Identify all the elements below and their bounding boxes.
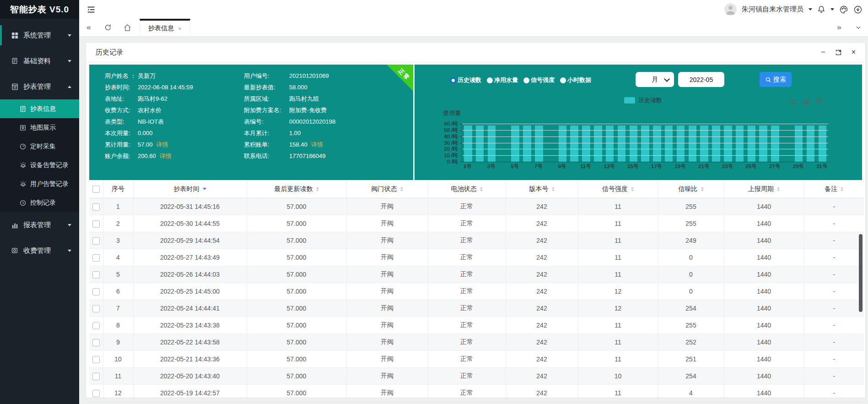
row-checkbox[interactable] [92,356,100,363]
bar[interactable] [712,126,720,162]
detail-link[interactable]: 详情 [156,141,168,149]
column-header-电池状态[interactable]: 电池状态 [428,180,506,198]
bar[interactable] [488,126,496,162]
sidebar-item-基础资料[interactable]: 基础资料 [0,48,79,74]
column-header-阀门状态[interactable]: 阀门状态 [346,180,428,198]
bar[interactable] [641,126,649,162]
user-name[interactable]: 朱河镇自来水管理员 [742,5,803,14]
download-icon[interactable] [853,5,863,14]
bar[interactable] [819,126,827,162]
minimize-icon[interactable]: − [821,48,825,56]
sort-icon[interactable] [841,187,843,191]
column-header-信噪比[interactable]: 信噪比 [658,180,724,198]
sort-icon[interactable] [777,187,780,191]
sort-icon[interactable] [480,187,483,191]
bar[interactable] [630,126,638,162]
bar[interactable] [759,126,767,162]
bar[interactable] [795,126,803,162]
close-icon[interactable]: × [852,48,856,56]
column-header-上报周期[interactable]: 上报周期 [724,180,804,198]
column-header-最后更新读数[interactable]: 最后更新读数 [247,180,346,198]
sort-icon[interactable] [552,187,555,191]
palette-icon[interactable] [839,5,848,14]
bar[interactable] [594,126,602,162]
bell-icon[interactable] [817,5,825,14]
sort-desc-icon[interactable] [203,188,206,190]
period-select[interactable]: 月 [636,72,674,87]
bar[interactable] [748,126,756,162]
bar[interactable] [665,126,673,162]
date-input[interactable] [678,72,724,87]
bar[interactable] [511,126,519,162]
sort-icon[interactable] [316,187,319,191]
bar[interactable] [677,126,685,162]
bar[interactable] [559,126,567,162]
bar[interactable] [807,126,815,162]
tab-close-icon[interactable]: × [178,25,182,32]
bar[interactable] [476,126,484,162]
row-checkbox[interactable] [92,305,100,312]
sort-icon[interactable] [701,187,704,191]
search-button[interactable]: 搜索 [760,72,792,87]
row-checkbox[interactable] [92,203,100,211]
tab-menu-caret-icon[interactable] [849,24,868,31]
bar[interactable] [606,126,614,162]
sidebar-item-定时采集[interactable]: 定时采集 [0,137,79,156]
collapse-tabs-icon[interactable]: « [79,19,98,36]
sidebar-item-设备告警记录[interactable]: 设备告警记录 [0,156,79,175]
radio-小时数据[interactable]: 小时数据 [560,76,591,84]
column-header-抄表时间[interactable]: 抄表时间 [133,180,247,198]
menu-fold-icon[interactable] [86,5,96,15]
bar[interactable] [700,126,708,162]
sidebar-item-抄表管理[interactable]: 抄表管理 [0,74,79,99]
chart-legend[interactable]: 历史读数 [624,96,662,104]
user-avatar[interactable] [724,3,737,16]
refresh-icon[interactable] [98,19,118,36]
radio-信号强度[interactable]: 信号强度 [523,76,555,84]
bar[interactable] [464,126,472,162]
radio-净用水量[interactable]: 净用水量 [487,76,518,84]
row-checkbox[interactable] [92,254,100,262]
bar[interactable] [570,126,578,162]
sidebar-item-报表管理[interactable]: 报表管理 [0,212,79,238]
sidebar-item-抄表信息[interactable]: 抄表信息 [0,99,79,118]
bar-chart-icon[interactable] [803,98,809,104]
sidebar-item-地图展示[interactable]: 地图展示 [0,118,79,137]
sidebar-item-收费管理[interactable]: 收费管理 [0,238,79,263]
user-caret-icon[interactable] [809,8,812,11]
expand-tabs-icon[interactable]: » [830,23,849,32]
bar[interactable] [523,126,531,162]
table-scrollbar[interactable] [859,234,863,312]
column-header-版本号[interactable]: 版本号 [506,180,578,198]
row-checkbox[interactable] [92,237,100,245]
column-header-序号[interactable]: 序号 [103,180,133,198]
bar[interactable] [689,126,697,162]
sort-icon[interactable] [631,187,634,191]
row-checkbox[interactable] [92,390,100,397]
line-chart-icon[interactable] [790,98,797,104]
bar[interactable] [724,126,732,162]
bar[interactable] [618,126,626,162]
radio-历史读数[interactable]: 历史读数 [450,76,481,84]
row-checkbox[interactable] [92,339,100,346]
bar[interactable] [535,126,543,162]
sidebar-item-用户告警记录[interactable]: 用户告警记录 [0,175,79,193]
row-checkbox[interactable] [92,220,100,228]
column-header-备注[interactable]: 备注 [804,180,864,198]
bar[interactable] [653,126,661,162]
detail-link[interactable]: 详情 [160,152,172,160]
sort-icon[interactable] [400,187,403,191]
restore-icon[interactable] [815,98,822,104]
bar[interactable] [736,126,744,162]
fullscreen-icon[interactable] [835,49,842,56]
sidebar-item-系统管理[interactable]: 系统管理 [0,22,79,48]
select-all-checkbox[interactable] [92,186,100,193]
row-checkbox[interactable] [92,271,100,278]
home-icon[interactable] [118,19,137,36]
row-checkbox[interactable] [92,288,100,295]
sidebar-item-控制记录[interactable]: 控制记录 [0,193,79,212]
detail-link[interactable]: 详情 [311,141,323,149]
tab-meter-info[interactable]: 抄表信息 × [140,19,190,37]
bell-caret-icon[interactable] [830,8,834,11]
bar[interactable] [771,126,779,162]
